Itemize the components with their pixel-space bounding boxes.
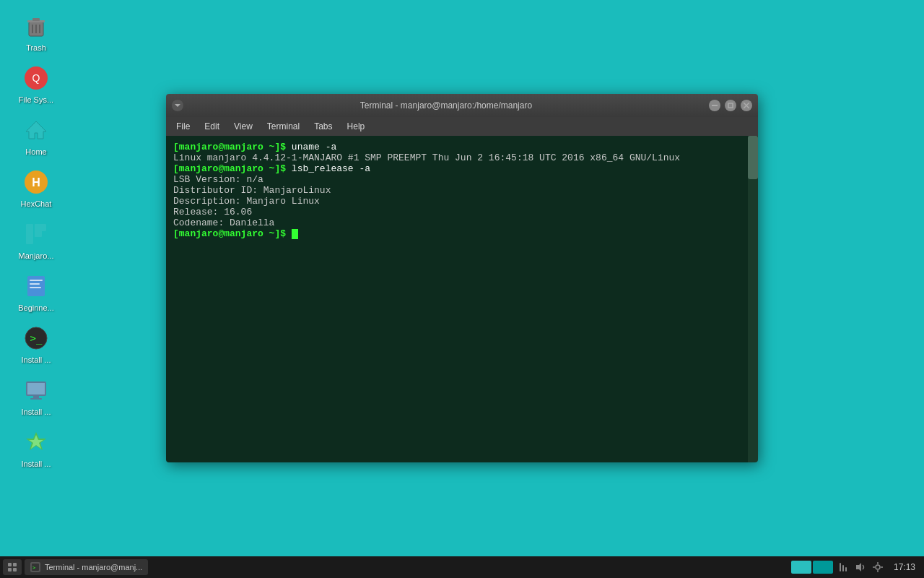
svg-rect-23 <box>30 398 42 400</box>
terminal-line-6: Description: Manjaro Linux <box>173 196 741 207</box>
cmd-3: lsb_release -a <box>292 163 370 174</box>
svg-rect-14 <box>27 276 45 296</box>
desktop-icon-install1[interactable]: >_ Install ... <box>7 319 65 368</box>
svg-marker-26 <box>175 104 180 107</box>
pager-workspace-1[interactable] <box>791 561 811 574</box>
svg-rect-34 <box>13 568 17 571</box>
svg-rect-16 <box>30 283 40 285</box>
terminal-line-1: [manjaro@manjaro ~]$ uname -a <box>173 142 741 152</box>
maximize-button[interactable] <box>725 100 736 111</box>
svg-rect-15 <box>30 280 43 281</box>
pager-workspace-2[interactable] <box>813 561 833 574</box>
desktop-icon-manjaro[interactable]: Manjaro... <box>7 215 65 264</box>
scrollbar-thumb[interactable] <box>748 136 758 179</box>
prompt-1: [manjaro@manjaro ~]$ <box>173 142 292 152</box>
install1-icon: >_ <box>22 324 51 353</box>
hexchat-label: HexChat <box>21 199 52 208</box>
titlebar-controls-right <box>709 100 752 111</box>
taskbar-clock: 17:13 <box>888 562 921 572</box>
desktop-icon-home[interactable]: Home <box>7 111 65 160</box>
taskbar-terminal-icon: > <box>30 562 40 572</box>
trash-icon <box>22 12 51 40</box>
svg-text:>_: >_ <box>30 332 43 345</box>
terminal-content[interactable]: [manjaro@manjaro ~]$ uname -a Linux manj… <box>166 136 748 462</box>
filesystem-icon: Q <box>22 64 51 92</box>
terminal-line-3: [manjaro@manjaro ~]$ lsb_release -a <box>173 163 741 174</box>
svg-marker-40 <box>856 563 861 571</box>
home-icon <box>22 116 51 144</box>
install1-label: Install ... <box>22 355 51 364</box>
tray-audio-icon[interactable] <box>853 560 868 574</box>
terminal-menubar: File Edit View Terminal Tabs Help <box>166 117 758 136</box>
tray-settings-icon[interactable] <box>871 560 885 574</box>
svg-rect-37 <box>840 563 841 571</box>
menu-view[interactable]: View <box>228 120 258 133</box>
taskbar: > Terminal - manjaro@manj... <box>0 556 924 578</box>
minimize-button[interactable] <box>709 100 720 111</box>
svg-rect-28 <box>728 103 733 108</box>
desktop-icon-filesystem[interactable]: Q File Sys... <box>7 59 65 108</box>
install3-icon <box>22 428 51 457</box>
terminal-title: Terminal - manjaro@manjaro:/home/manjaro <box>183 100 709 111</box>
svg-marker-8 <box>26 121 46 139</box>
terminal-body: [manjaro@manjaro ~]$ uname -a Linux manj… <box>166 136 758 462</box>
taskbar-apps-button[interactable] <box>3 559 22 575</box>
menu-file[interactable]: File <box>170 120 196 133</box>
desktop-icon-trash[interactable]: Trash <box>7 7 65 56</box>
taskbar-terminal-label: Terminal - manjaro@manj... <box>45 563 142 571</box>
svg-rect-32 <box>13 563 17 566</box>
desktop-icon-hexchat[interactable]: H HexChat <box>7 163 65 212</box>
svg-rect-31 <box>8 563 12 566</box>
filesystem-label: File Sys... <box>19 95 53 104</box>
svg-rect-11 <box>26 224 33 244</box>
beginner-label: Beginne... <box>18 303 54 312</box>
terminal-window: Terminal - manjaro@manjaro:/home/manjaro… <box>166 94 758 462</box>
output-2: Linux manjaro 4.4.12-1-MANJARO #1 SMP PR… <box>173 152 680 163</box>
svg-text:>: > <box>32 565 35 571</box>
desktop-icon-install2[interactable]: Install ... <box>7 371 65 420</box>
terminal-line-cursor: [manjaro@manjaro ~]$ <box>173 228 741 239</box>
manjaro-label: Manjaro... <box>19 251 54 260</box>
tray-network-icon[interactable] <box>836 560 850 574</box>
svg-rect-17 <box>30 287 41 288</box>
taskbar-pager <box>791 561 833 574</box>
beginner-icon <box>22 272 51 301</box>
close-button[interactable] <box>741 100 752 111</box>
terminal-line-5: Distributor ID: ManjaroLinux <box>173 185 741 196</box>
prompt-cursor: [manjaro@manjaro ~]$ <box>173 228 292 239</box>
menu-terminal[interactable]: Terminal <box>261 120 305 133</box>
svg-rect-21 <box>27 383 45 394</box>
prompt-3: [manjaro@manjaro ~]$ <box>173 163 292 174</box>
svg-text:H: H <box>32 176 40 189</box>
terminal-line-2: Linux manjaro 4.4.12-1-MANJARO #1 SMP PR… <box>173 152 741 163</box>
titlebar-menu-btn[interactable] <box>172 100 183 111</box>
terminal-line-8: Codename: Daniella <box>173 217 741 228</box>
manjaro-icon <box>22 220 51 249</box>
terminal-line-4: LSB Version: n/a <box>173 174 741 185</box>
terminal-scrollbar[interactable] <box>748 136 758 462</box>
trash-label: Trash <box>26 43 46 52</box>
menu-edit[interactable]: Edit <box>199 120 225 133</box>
desktop-icon-beginner[interactable]: Beginne... <box>7 267 65 316</box>
install2-label: Install ... <box>22 407 51 416</box>
desktop: Trash Q File Sys... Home <box>0 0 924 556</box>
svg-rect-39 <box>845 567 847 571</box>
home-label: Home <box>25 147 46 156</box>
svg-point-41 <box>876 565 880 569</box>
svg-text:Q: Q <box>32 72 40 84</box>
menu-tabs[interactable]: Tabs <box>308 120 338 133</box>
install3-label: Install ... <box>22 460 51 468</box>
menu-help[interactable]: Help <box>341 120 371 133</box>
svg-rect-2 <box>32 18 40 21</box>
terminal-titlebar: Terminal - manjaro@manjaro:/home/manjaro <box>166 94 758 117</box>
hexchat-icon: H <box>22 168 51 197</box>
terminal-line-7: Release: 16.06 <box>173 207 741 217</box>
desktop-sidebar: Trash Q File Sys... Home <box>0 0 72 556</box>
taskbar-terminal-button[interactable]: > Terminal - manjaro@manj... <box>25 559 148 575</box>
titlebar-controls-left <box>172 100 183 111</box>
taskbar-systray: 17:13 <box>791 560 921 574</box>
desktop-icon-install3[interactable]: Install ... <box>7 423 65 473</box>
svg-rect-27 <box>712 105 718 106</box>
svg-rect-33 <box>8 568 12 571</box>
svg-rect-13 <box>39 224 46 231</box>
